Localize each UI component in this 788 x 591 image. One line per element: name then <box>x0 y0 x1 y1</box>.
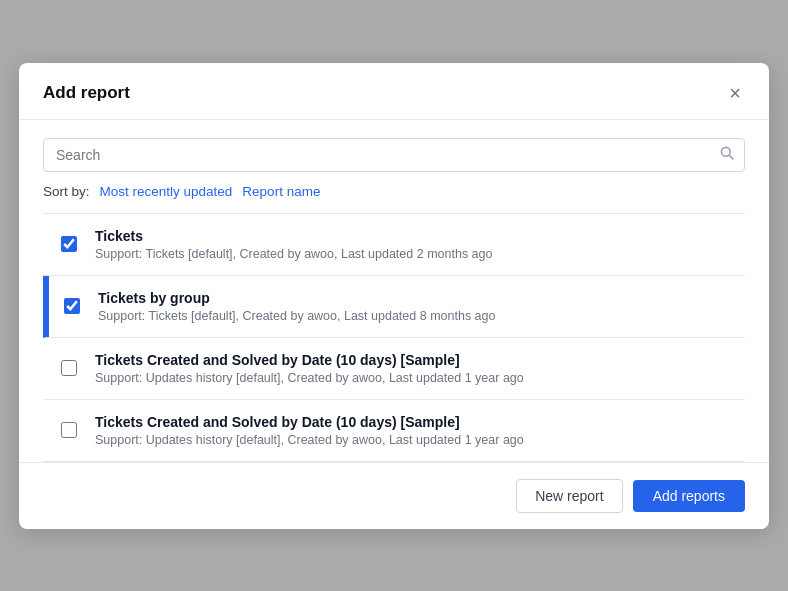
report-meta: Support: Updates history [default], Crea… <box>95 433 745 447</box>
report-info: Tickets Created and Solved by Date (10 d… <box>95 352 745 385</box>
modal-overlay: Add report × Sort by: Most recently upda… <box>0 0 788 591</box>
report-meta: Support: Tickets [default], Created by a… <box>98 309 745 323</box>
report-info: TicketsSupport: Tickets [default], Creat… <box>95 228 745 261</box>
report-name: Tickets by group <box>98 290 745 306</box>
report-checkbox[interactable] <box>61 236 77 252</box>
report-item: Tickets by groupSupport: Tickets [defaul… <box>43 276 745 338</box>
report-meta: Support: Tickets [default], Created by a… <box>95 247 745 261</box>
checkbox-area <box>43 422 95 438</box>
sort-name-button[interactable]: Report name <box>242 184 320 199</box>
report-info: Tickets by groupSupport: Tickets [defaul… <box>98 290 745 323</box>
search-input[interactable] <box>43 138 745 172</box>
report-name: Tickets Created and Solved by Date (10 d… <box>95 352 745 368</box>
report-item: TicketsSupport: Tickets [default], Creat… <box>43 214 745 276</box>
search-wrapper <box>43 138 745 172</box>
report-item: Tickets Created and Solved by Date (10 d… <box>43 400 745 462</box>
checkbox-area <box>46 298 98 314</box>
new-report-button[interactable]: New report <box>516 479 622 513</box>
sort-label: Sort by: <box>43 184 90 199</box>
report-name: Tickets <box>95 228 745 244</box>
report-meta: Support: Updates history [default], Crea… <box>95 371 745 385</box>
modal-header: Add report × <box>19 63 769 120</box>
sort-row: Sort by: Most recently updated Report na… <box>43 184 745 199</box>
report-item: Tickets Created and Solved by Date (10 d… <box>43 338 745 400</box>
checkbox-area <box>43 360 95 376</box>
report-name: Tickets Created and Solved by Date (10 d… <box>95 414 745 430</box>
modal-dialog: Add report × Sort by: Most recently upda… <box>19 63 769 529</box>
selected-bar <box>46 276 49 337</box>
modal-body: Sort by: Most recently updated Report na… <box>19 120 769 462</box>
report-checkbox[interactable] <box>61 422 77 438</box>
report-checkbox[interactable] <box>61 360 77 376</box>
add-reports-button[interactable]: Add reports <box>633 480 745 512</box>
report-list: TicketsSupport: Tickets [default], Creat… <box>43 213 745 462</box>
checkbox-area <box>43 236 95 252</box>
sort-recent-button[interactable]: Most recently updated <box>100 184 233 199</box>
modal-title: Add report <box>43 83 130 103</box>
report-checkbox[interactable] <box>64 298 80 314</box>
modal-footer: New report Add reports <box>19 462 769 529</box>
close-button[interactable]: × <box>725 81 745 105</box>
report-info: Tickets Created and Solved by Date (10 d… <box>95 414 745 447</box>
